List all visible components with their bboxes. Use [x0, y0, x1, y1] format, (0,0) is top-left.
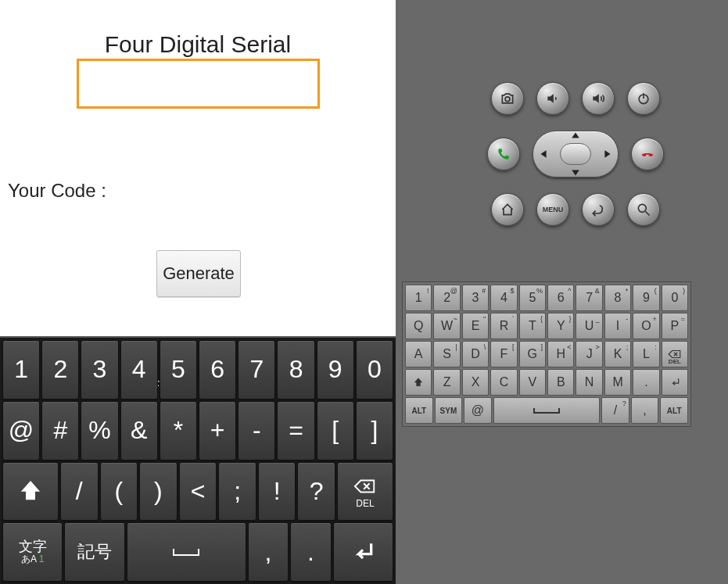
hwkey-slash[interactable]: ?/ [601, 397, 629, 424]
hwkey-z[interactable]: Z [433, 369, 460, 396]
key-8[interactable]: 8 [277, 340, 314, 399]
key-minus[interactable]: - [238, 401, 275, 460]
hwkey-2[interactable]: @2 [433, 285, 460, 311]
hwkey-g[interactable]: ]G [519, 341, 546, 367]
hwkey-m[interactable]: M [604, 369, 631, 396]
key-amp[interactable]: & [120, 401, 158, 460]
key-semicolon[interactable]: ; [218, 462, 256, 521]
hwkey-9[interactable]: (9 [633, 285, 659, 311]
key-7[interactable]: 7 [238, 340, 275, 399]
hwkey-u[interactable]: _U [576, 313, 602, 339]
hwkey-p[interactable]: =P [662, 313, 688, 339]
key-comma[interactable]: , [248, 522, 289, 582]
hwkey-del[interactable]: DEL [662, 341, 688, 367]
hwkey-3[interactable]: #3 [462, 285, 489, 311]
hwkey-shift[interactable] [405, 369, 432, 396]
hwkey-0[interactable]: )0 [662, 285, 688, 311]
key-9[interactable]: 9 [317, 340, 354, 399]
hwkey-w[interactable]: ~W [433, 313, 460, 339]
home-button[interactable] [491, 193, 524, 226]
menu-button[interactable]: MENU [536, 193, 569, 226]
search-button[interactable] [627, 193, 660, 226]
key-slash[interactable]: / [60, 462, 99, 521]
moji-main: 文字 [19, 539, 47, 555]
hwkey-e[interactable]: "E [462, 313, 489, 339]
key-6[interactable]: 6 [199, 340, 236, 399]
key-kigo[interactable]: 記号 [64, 522, 124, 582]
end-call-button[interactable] [631, 138, 664, 170]
hwkey-alt[interactable]: ALT [405, 397, 433, 424]
key-question[interactable]: ? [297, 462, 335, 521]
key-plus[interactable]: + [199, 401, 236, 460]
hwkey-h[interactable]: <H [547, 341, 574, 367]
key-4[interactable]: 4 [120, 340, 158, 399]
serial-input[interactable] [77, 59, 320, 109]
hwkey-sym[interactable]: SYM [435, 397, 463, 424]
hwkey-f[interactable]: [F [490, 341, 517, 367]
key-3[interactable]: 3 [81, 340, 118, 399]
dpad-center[interactable] [560, 143, 591, 165]
key-rparen[interactable]: ) [139, 462, 178, 521]
key-2[interactable]: 2 [41, 340, 79, 399]
hwkey-5[interactable]: %5 [519, 285, 546, 311]
hwkey-alt-r[interactable]: ALT [660, 397, 688, 424]
hwkey-6[interactable]: ^6 [547, 285, 574, 311]
call-button[interactable] [487, 138, 520, 170]
key-enter[interactable] [333, 522, 393, 582]
dpad-right[interactable] [600, 146, 615, 162]
hwkey-7[interactable]: &7 [576, 285, 602, 311]
hwkey-q[interactable]: Q [405, 313, 432, 339]
dpad-left[interactable] [536, 146, 551, 162]
hwkey-enter[interactable] [662, 369, 688, 396]
hwkey-y[interactable]: }Y [547, 313, 574, 339]
generate-button[interactable]: Generate [156, 250, 241, 297]
hwkey-.[interactable]: . [633, 369, 659, 396]
key-delete[interactable]: DEL [337, 462, 393, 521]
key-space[interactable] [127, 522, 246, 582]
key-1[interactable]: 1 [2, 340, 40, 399]
key-5[interactable]: 5 [160, 340, 197, 399]
hwkey-comma2[interactable]: , [631, 397, 659, 424]
key-rbracket[interactable]: ] [356, 401, 393, 460]
hwkey-l[interactable]: :L [633, 341, 659, 367]
hwkey-j[interactable]: >J [576, 341, 602, 367]
volume-down-button[interactable] [536, 82, 569, 115]
key-bang[interactable]: ! [258, 462, 296, 521]
hwkey-x[interactable]: X [462, 369, 489, 396]
key-lt[interactable]: < [179, 462, 217, 521]
hwkey-space[interactable] [493, 397, 600, 424]
hwkey-1[interactable]: !1 [405, 285, 432, 311]
key-lbracket[interactable]: [ [317, 401, 354, 460]
hwkey-t[interactable]: {T [519, 313, 546, 339]
dpad-down[interactable] [568, 165, 583, 181]
key-star[interactable]: * [160, 401, 197, 460]
key-equals[interactable]: = [277, 401, 314, 460]
power-button[interactable] [627, 82, 660, 115]
hwkey-4[interactable]: $4 [490, 285, 517, 311]
hwkey-r[interactable]: `R [490, 313, 517, 339]
hwkey-8[interactable]: *8 [604, 285, 631, 311]
key-lparen[interactable]: ( [100, 462, 138, 521]
volume-up-button[interactable] [582, 82, 615, 115]
hwkey-i[interactable]: -I [604, 313, 631, 339]
hwkey-b[interactable]: B [547, 369, 574, 396]
key-hash[interactable]: # [41, 401, 79, 460]
hwkey-at2[interactable]: @ [464, 397, 492, 424]
hwkey-a[interactable]: A [405, 341, 432, 367]
hwkey-o[interactable]: +O [633, 313, 659, 339]
key-shift[interactable] [2, 462, 59, 521]
camera-button[interactable] [491, 82, 524, 115]
hwkey-s[interactable]: |S [433, 341, 460, 367]
key-moji[interactable]: 文字 あA 1 [2, 522, 63, 582]
dpad-up[interactable] [568, 127, 583, 143]
hwkey-c[interactable]: C [490, 369, 517, 396]
hwkey-k[interactable]: ;K [604, 341, 631, 367]
hwkey-d[interactable]: \D [462, 341, 489, 367]
key-period[interactable]: . [290, 522, 331, 582]
key-at[interactable]: @ [2, 401, 40, 460]
hwkey-n[interactable]: N [576, 369, 602, 396]
key-percent[interactable]: % [81, 401, 118, 460]
back-button[interactable] [582, 193, 615, 226]
hwkey-v[interactable]: V [519, 369, 546, 396]
key-0[interactable]: 0 [356, 340, 393, 399]
